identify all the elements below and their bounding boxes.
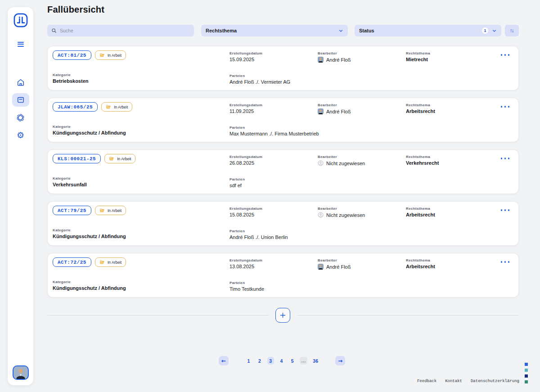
bearbeiter-photo-icon <box>318 264 324 270</box>
sidebar-item-cases[interactable] <box>12 93 29 107</box>
card-actions-menu-button[interactable] <box>500 156 511 161</box>
erstellungsdatum-value: 15.09.2025 <box>230 57 262 62</box>
pagination-prev-button[interactable]: ← <box>219 356 229 365</box>
user-avatar[interactable] <box>13 365 29 380</box>
parteien-value: sdf ef <box>230 183 245 188</box>
erstellungsdatum-label: Erstellungsdatum <box>230 51 262 55</box>
kategorie-value: Betriebskosten <box>53 78 88 84</box>
pagination-page-1[interactable]: 1 <box>245 357 252 365</box>
brand-square <box>525 363 528 366</box>
search-icon <box>51 28 57 33</box>
rechtsthema-value: Arbeitsrecht <box>406 108 435 114</box>
pagination-page-4[interactable]: 4 <box>278 357 285 365</box>
parteien-label: Parteien <box>230 74 290 78</box>
case-card[interactable]: JLAW:065/25 In Arbeit Kategorie Kündigun… <box>47 98 519 142</box>
erstellungsdatum-value: 26.08.2025 <box>230 160 262 166</box>
ellipsis-icon <box>501 209 503 211</box>
divider <box>297 315 519 315</box>
kategorie-label: Kategorie <box>53 176 87 180</box>
search-box[interactable] <box>47 25 194 36</box>
brand-corner-squares <box>525 363 528 383</box>
ellipsis-icon <box>501 54 503 56</box>
status-badge-label: In Arbeit <box>114 105 128 109</box>
case-card[interactable]: ACT:72/25 In Arbeit Kategorie Kündigungs… <box>47 253 519 297</box>
rechtsthema-filter-dropdown[interactable]: Rechtsthema <box>201 25 348 36</box>
pagination-ellipsis[interactable]: ... <box>300 357 307 365</box>
sidebar-item-assistant[interactable] <box>12 111 29 124</box>
parteien-label: Parteien <box>230 281 264 285</box>
bearbeiter-photo-icon <box>318 108 324 114</box>
erstellungsdatum-label: Erstellungsdatum <box>230 258 262 262</box>
case-id-badge[interactable]: KLS:00021-25 <box>53 154 101 163</box>
chevron-down-icon <box>338 28 343 33</box>
case-card[interactable]: ACT:81/25 In Arbeit Kategorie Betriebsko… <box>47 46 519 90</box>
footer-link-kontakt[interactable]: Kontakt <box>445 379 462 383</box>
search-input[interactable] <box>60 28 190 33</box>
rechtsthema-label: Rechtsthema <box>406 103 435 107</box>
kategorie-value: Verkehrsunfall <box>53 182 87 187</box>
case-id-badge[interactable]: ACT:79/25 <box>53 206 91 215</box>
status-badge-label: In Arbeit <box>108 53 122 58</box>
sidebar-nav: ⚙ <box>8 76 33 142</box>
sidebar: ⚙ <box>8 7 33 385</box>
app-logo[interactable] <box>12 11 30 29</box>
chevron-down-icon <box>492 28 497 33</box>
parteien-label: Parteien <box>230 177 245 181</box>
brand-square <box>525 369 528 372</box>
status-badge: In Arbeit <box>95 206 126 215</box>
status-badge-label: In Arbeit <box>108 208 122 213</box>
erstellungsdatum-value: 15.08.2025 <box>230 212 262 217</box>
kategorie-label: Kategorie <box>53 73 88 77</box>
pagination-page-2[interactable]: 2 <box>256 357 263 365</box>
status-filter-count-badge: 1 <box>482 27 488 34</box>
case-card[interactable]: KLS:00021-25 In Arbeit Kategorie Verkehr… <box>47 149 519 194</box>
pagination-next-button[interactable]: → <box>335 356 345 365</box>
bearbeiter-avatar: André Floß <box>318 57 351 63</box>
parteien-value: André Floß ./. Union Berlin <box>230 234 288 240</box>
sort-button[interactable]: ↑↓ <box>505 25 519 36</box>
logo-icon <box>13 12 29 28</box>
parteien-value: Max Mustermann ./. Firma Musterbetrieb <box>230 131 319 136</box>
pagination-page-36[interactable]: 36 <box>311 357 320 365</box>
sidebar-item-settings[interactable]: ⚙ <box>12 128 29 142</box>
sidebar-item-home[interactable] <box>12 76 29 89</box>
card-actions-menu-button[interactable] <box>500 259 511 265</box>
folder-icon <box>99 208 105 213</box>
menu-toggle-button[interactable] <box>14 39 27 49</box>
case-list: ACT:81/25 In Arbeit Kategorie Betriebsko… <box>47 46 519 305</box>
bearbeiter-value: André Floß <box>326 57 351 63</box>
kategorie-value: Kündigungsschutz / Abfindung <box>53 130 126 135</box>
footer-link-feedback[interactable]: Feedback <box>417 379 436 383</box>
bearbeiter-avatar: Nicht zugewiesen <box>318 212 365 218</box>
unassigned-person-icon <box>318 160 324 166</box>
case-card[interactable]: ACT:79/25 In Arbeit Kategorie Kündigungs… <box>47 201 519 246</box>
ellipsis-icon <box>501 158 503 159</box>
avatar-photo <box>14 366 28 379</box>
case-id-badge[interactable]: ACT:81/25 <box>53 50 91 60</box>
kategorie-label: Kategorie <box>53 280 126 284</box>
status-filter-dropdown[interactable]: Status 1 <box>355 25 501 36</box>
card-actions-menu-button[interactable] <box>500 207 511 213</box>
parteien-value: Timo Testkunde <box>230 286 264 292</box>
status-badge-label: In Arbeit <box>108 260 122 265</box>
bearbeiter-value: Nicht zugewiesen <box>326 161 365 166</box>
pagination-pages: 12345...36 <box>245 356 320 365</box>
add-case-button[interactable] <box>275 308 290 323</box>
page-title: Fallübersicht <box>47 5 104 15</box>
pagination-page-3[interactable]: 3 <box>267 357 274 365</box>
case-id-badge[interactable]: JLAW:065/25 <box>53 102 98 112</box>
card-actions-menu-button[interactable] <box>500 52 511 58</box>
card-actions-menu-button[interactable] <box>500 104 511 109</box>
divider <box>47 315 269 315</box>
footer-link-datenschutzerklärung[interactable]: Datenschutzerklärung <box>471 379 519 383</box>
pagination-page-5[interactable]: 5 <box>289 357 296 365</box>
folder-icon <box>99 260 105 265</box>
status-filter-label: Status <box>359 28 374 33</box>
bearbeiter-avatar: André Floß <box>318 108 351 114</box>
erstellungsdatum-value: 13.08.2025 <box>230 264 262 269</box>
status-badge: In Arbeit <box>101 102 132 112</box>
home-icon <box>16 78 25 87</box>
bearbeiter-avatar: André Floß <box>318 264 351 270</box>
case-id-badge[interactable]: ACT:72/25 <box>53 257 91 267</box>
rechtsthema-value: Arbeitsrecht <box>406 212 435 217</box>
